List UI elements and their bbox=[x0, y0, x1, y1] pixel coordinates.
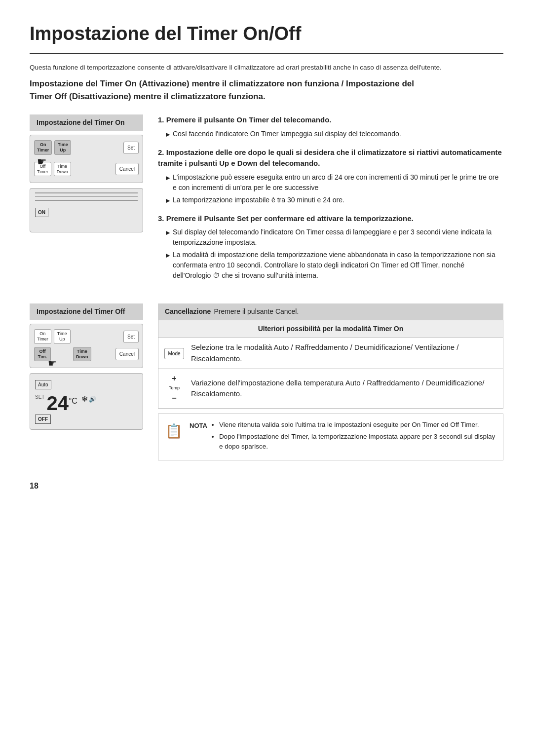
step-3: 3. Premere il Pulsante Set per confermar… bbox=[158, 213, 503, 281]
time-up-btn: TimeUp bbox=[54, 140, 71, 155]
off-timer-right: Cancellazione Premere il pulsante Cancel… bbox=[158, 303, 503, 460]
page-title: Impostazione del Timer On/Off bbox=[30, 20, 503, 54]
on-timer-btn: OnTimer bbox=[34, 140, 52, 155]
mode-text: Selezione tra le modalità Auto / Raffred… bbox=[191, 342, 498, 364]
step-2-bullet-1: L'impostazione può essere eseguita entro… bbox=[166, 172, 503, 193]
ulteriori-table: Ulteriori possibilità per la modalità Ti… bbox=[158, 320, 503, 409]
temp-text: Variazione dell'impostazione della tempe… bbox=[191, 378, 498, 400]
step-2-bullet-2: La temporizzazione impostabile è tra 30 … bbox=[166, 195, 503, 205]
step-2-title: 2. Impostazione delle ore dopo le quali … bbox=[158, 147, 503, 169]
on-timer-remote: OnTimer TimeUp Set ☛ OffTimer TimeDown bbox=[30, 135, 143, 183]
off-display-panel: Auto SET 24 °C ❄🔊 OFF bbox=[30, 373, 143, 430]
auto-label: Auto bbox=[35, 380, 51, 389]
step-1-bullet-1: Così facendo l'indicatore On Timer lampe… bbox=[166, 129, 503, 139]
set-btn: Set bbox=[123, 142, 139, 154]
temperature-display: 24 bbox=[46, 393, 69, 413]
display-line-1 bbox=[35, 192, 138, 193]
ulteriori-row-temp: + Temp − Variazione dell'impostazione de… bbox=[158, 369, 503, 408]
on-timer-right: 1. Premere il pulsante On Timer del tele… bbox=[158, 114, 503, 289]
minus-symbol: − bbox=[172, 392, 176, 404]
off-timer-label: Impostazione del Timer Off bbox=[30, 303, 143, 320]
cancel-btn-bottom: Cancel bbox=[115, 348, 139, 360]
mode-icon: Mode bbox=[164, 348, 184, 359]
time-down-btn-top: TimeDown bbox=[54, 162, 71, 177]
on-indicator: ON bbox=[35, 208, 48, 217]
ulteriori-header: Ulteriori possibilità per la modalità Ti… bbox=[158, 320, 503, 338]
page-number: 18 bbox=[30, 480, 503, 492]
off-timer-remote: OnTimer TimeUp Set OffTim. ☛ TimeDown bbox=[30, 324, 143, 368]
step-1: 1. Premere il pulsante On Timer del tele… bbox=[158, 114, 503, 139]
time-up-btn-bottom: TimeUp bbox=[54, 329, 71, 344]
step-3-bullet-2: La modalità di impostazione della tempor… bbox=[166, 250, 503, 281]
display-line-2 bbox=[35, 196, 138, 197]
temp-icon-cell: + Temp − bbox=[163, 373, 185, 404]
nota-bullet-2: Dopo l'impostazione del Timer, la tempor… bbox=[219, 432, 496, 452]
on-timer-left: Impostazione del Timer On OnTimer TimeUp… bbox=[30, 114, 143, 289]
on-timer-section: Impostazione del Timer On OnTimer TimeUp… bbox=[30, 114, 503, 289]
step-3-bullet-1: Sul display del telecomando l'indicatore… bbox=[166, 227, 503, 248]
set-btn-bottom: Set bbox=[123, 331, 139, 343]
cancel-btn-top: Cancel bbox=[115, 163, 139, 175]
step-2: 2. Impostazione delle ore dopo le quali … bbox=[158, 147, 503, 205]
display-line-3 bbox=[35, 200, 138, 201]
set-label: SET bbox=[35, 393, 44, 401]
on-timer-label: Impostazione del Timer On bbox=[30, 114, 143, 131]
temp-label: Temp bbox=[169, 385, 180, 392]
time-down-btn-bottom: TimeDown bbox=[73, 347, 91, 362]
temp-unit: °C bbox=[69, 395, 77, 407]
off-timer-section: Impostazione del Timer Off OnTimer TimeU… bbox=[30, 303, 503, 460]
cancellazione-label: Cancellazione bbox=[165, 306, 211, 317]
cancel-text: Premere il pulsante Cancel. bbox=[214, 306, 299, 317]
step-3-title: 3. Premere il Pulsante Set per confermar… bbox=[158, 213, 503, 225]
ulteriori-row-mode: Mode Selezione tra le modalità Auto / Ra… bbox=[158, 338, 503, 369]
temp-icon: + Temp − bbox=[163, 373, 185, 404]
cancel-row: Cancellazione Premere il pulsante Cancel… bbox=[158, 303, 503, 320]
on-display-panel: ON bbox=[30, 188, 143, 232]
off-timer-left: Impostazione del Timer Off OnTimer TimeU… bbox=[30, 303, 143, 460]
nota-icon: 📋 bbox=[165, 421, 183, 442]
mode-icon-cell: Mode bbox=[163, 347, 185, 359]
on-timer-btn-bottom: OnTimer bbox=[34, 329, 51, 344]
nota-content: Viene ritenuta valida solo l'ultima tra … bbox=[211, 420, 496, 454]
nota-box: 📋 NOTA Viene ritenuta valida solo l'ulti… bbox=[158, 414, 503, 460]
step-1-title: 1. Premere il pulsante On Timer del tele… bbox=[158, 114, 503, 126]
plus-symbol: + bbox=[172, 373, 176, 384]
subtitle: Impostazione del Timer On (Attivazione) … bbox=[30, 77, 503, 103]
nota-label: NOTA bbox=[190, 421, 207, 431]
nota-bullet-1: Viene ritenuta valida solo l'ultima tra … bbox=[219, 420, 496, 430]
intro-text: Questa funzione di temporizzazione conse… bbox=[30, 63, 503, 73]
mode-icons: ❄🔊 bbox=[81, 393, 96, 405]
off-indicator: OFF bbox=[35, 415, 51, 424]
